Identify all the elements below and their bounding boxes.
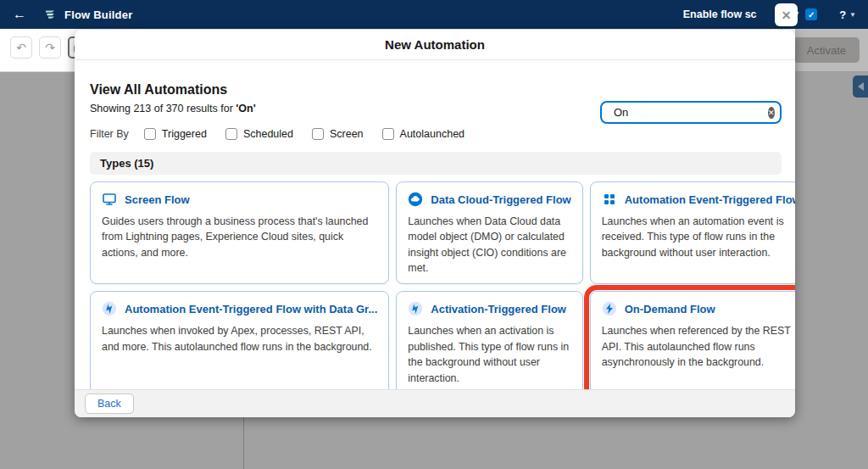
- automation-event-icon: [602, 192, 617, 207]
- redo-button[interactable]: ↷: [39, 36, 61, 59]
- modal-footer: Back: [75, 389, 795, 417]
- modal-header: New Automation: [75, 30, 795, 60]
- filter-option-label: Autolaunched: [400, 128, 465, 140]
- close-icon: ✕: [782, 9, 792, 21]
- card-title: Screen Flow: [125, 193, 190, 206]
- filter-option-screen[interactable]: Screen: [312, 128, 364, 140]
- search-box: ✕: [600, 101, 782, 124]
- automation-cards-grid: Screen Flow Guides users through a busin…: [90, 181, 782, 389]
- card-activation-triggered-flow[interactable]: Activation-Triggered Flow Launches when …: [396, 291, 582, 389]
- search-input[interactable]: [614, 106, 763, 119]
- card-title: Activation-Triggered Flow: [431, 303, 566, 315]
- help-button[interactable]: ? ▼: [839, 8, 856, 21]
- modal-body: View All Automations Showing 213 of 370 …: [75, 60, 795, 389]
- close-button[interactable]: ✕: [775, 3, 798, 26]
- card-title: Data Cloud-Triggered Flow: [431, 193, 570, 206]
- filter-by-label: Filter By: [90, 128, 129, 140]
- back-arrow-icon[interactable]: ←: [0, 7, 39, 22]
- card-automation-event-triggered-flow[interactable]: Automation Event-Triggered Flow Launches…: [590, 181, 795, 284]
- results-query: 'On': [236, 103, 255, 114]
- enable-flow-label-left: Enable flow sc: [683, 8, 757, 20]
- triggered-checkbox[interactable]: [144, 128, 156, 140]
- back-button[interactable]: Back: [85, 394, 134, 414]
- card-on-demand-flow[interactable]: On-Demand Flow Launches when referenced …: [590, 291, 795, 389]
- screen-flow-icon: [102, 192, 117, 207]
- card-description: Launches when an activation is published…: [408, 323, 570, 385]
- filter-option-triggered[interactable]: Triggered: [144, 128, 207, 140]
- app-header: ← Flow Builder Enable flow sc ility ✓ ? …: [0, 0, 868, 29]
- filter-option-label: Triggered: [162, 128, 207, 140]
- card-automation-event-triggered-flow-data[interactable]: Automation Event-Triggered Flow with Dat…: [90, 291, 389, 389]
- card-title: Automation Event-Triggered Flow: [625, 193, 795, 206]
- card-title: On-Demand Flow: [625, 303, 715, 315]
- undo-button[interactable]: ↶: [10, 36, 32, 59]
- filter-option-label: Screen: [330, 128, 364, 140]
- chevron-down-icon: ▼: [849, 11, 856, 19]
- autolaunched-checkbox[interactable]: [382, 128, 394, 140]
- card-description: Launches when referenced by the REST API…: [602, 323, 795, 370]
- card-description: Launches when an automation event is rec…: [602, 214, 795, 260]
- data-cloud-icon: [408, 192, 423, 207]
- card-screen-flow[interactable]: Screen Flow Guides users through a busin…: [90, 181, 389, 284]
- question-mark-icon: ?: [839, 8, 846, 21]
- modal-title: New Automation: [385, 37, 485, 52]
- autolaunched-flow-icon: [102, 301, 117, 316]
- filter-row: Filter By Triggered Scheduled Screen Aut…: [90, 128, 782, 140]
- screen-checkbox[interactable]: [312, 128, 324, 140]
- modal-backdrop-right: [795, 29, 868, 72]
- new-automation-modal: ✕ New Automation View All Automations Sh…: [75, 30, 795, 417]
- types-section-header: Types (15): [90, 152, 782, 175]
- undo-icon: ↶: [16, 41, 26, 54]
- card-description: Launches when Data Cloud data model obje…: [408, 214, 570, 276]
- results-prefix: Showing 213 of 370 results for: [90, 103, 236, 114]
- card-title: Automation Event-Triggered Flow with Dat…: [125, 303, 377, 315]
- card-description: Guides users through a business process …: [102, 214, 377, 260]
- flow-builder-logo-icon: [42, 7, 58, 22]
- on-demand-flow-icon: [602, 301, 617, 316]
- filter-option-scheduled[interactable]: Scheduled: [225, 128, 293, 140]
- activation-flow-icon: [408, 301, 423, 316]
- card-data-cloud-triggered-flow[interactable]: Data Cloud-Triggered Flow Launches when …: [396, 181, 582, 284]
- enable-flow-checkbox[interactable]: ✓: [805, 8, 817, 20]
- card-description: Launches when invoked by Apex, processes…: [102, 323, 377, 355]
- filter-option-label: Scheduled: [243, 128, 293, 140]
- clear-search-button[interactable]: ✕: [768, 107, 775, 119]
- app-title: Flow Builder: [64, 8, 132, 21]
- section-title: View All Automations: [90, 82, 782, 98]
- scheduled-checkbox[interactable]: [225, 128, 237, 140]
- redo-icon: ↷: [45, 41, 55, 54]
- clear-icon: ✕: [768, 109, 775, 117]
- filter-option-autolaunched[interactable]: Autolaunched: [382, 128, 465, 140]
